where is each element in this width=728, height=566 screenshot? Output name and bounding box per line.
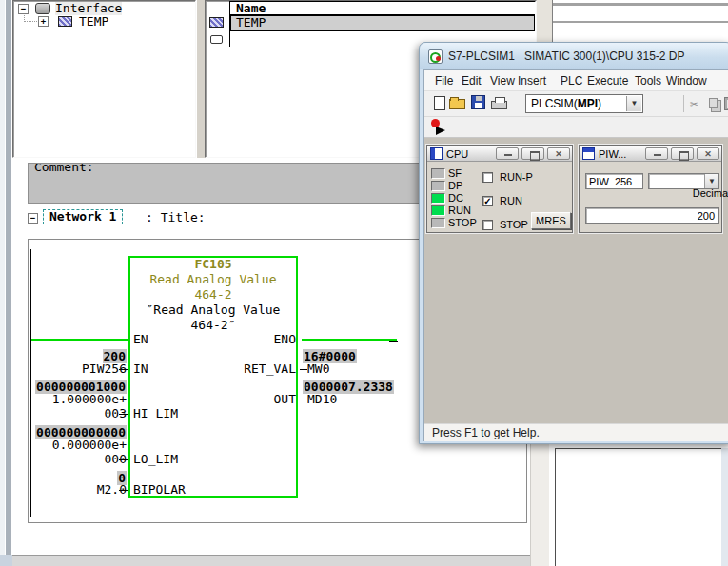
operand-out[interactable]: MD10 (307, 393, 337, 406)
app-window-border (5, 0, 12, 566)
piw-window-title: PIW... (599, 148, 642, 160)
cpu-subwindow: CPU ✕ SF DP DC RUN (426, 145, 573, 233)
empty-row-icon (210, 35, 223, 44)
piw-subwindow: PIW... ✕ PIW 256 Decimal ▼ 200 (579, 145, 722, 233)
led-label-dp: DP (448, 180, 462, 191)
led-run (431, 205, 445, 216)
mres-button[interactable]: MRES (531, 212, 571, 229)
network-label[interactable]: Network 1 (43, 209, 123, 224)
menu-view[interactable]: View (490, 74, 515, 88)
pin-eno: ENO (171, 333, 296, 346)
format-combobox[interactable]: Decimal ▼ (648, 173, 719, 189)
checkbox-run[interactable]: ✓ (482, 196, 493, 206)
led-stop (431, 218, 445, 228)
operand-hilim-line2[interactable]: 003 (24, 407, 127, 420)
pin-out: OUT (171, 393, 296, 406)
plcsim-mdi-area: CPU ✕ SF DP DC RUN (424, 138, 728, 423)
operand-retval[interactable]: MW0 (307, 362, 329, 376)
interface-combobox[interactable]: PLCSIM(MPI) ▼ (525, 94, 643, 113)
cut-button[interactable]: ✂ (690, 95, 707, 112)
block-type-line2: 464-2 (128, 288, 298, 302)
scroll-gutter[interactable] (530, 444, 549, 566)
operand-tick (300, 400, 307, 400)
value-field[interactable]: 200 (585, 207, 719, 224)
plcsim-titlebar[interactable]: S7-PLCSIM1 SIMATIC 300(1)\CPU 315-2 DP (420, 43, 728, 69)
close-button[interactable]: ✕ (547, 147, 570, 160)
maximize-button[interactable] (521, 147, 544, 160)
cpu-subwindow-titlebar[interactable]: CPU ✕ (427, 146, 572, 162)
open-button[interactable] (449, 95, 466, 112)
operand-bipolar[interactable]: M2.0 (24, 483, 127, 497)
plcsim-window-title: S7-PLCSIM1 SIMATIC 300(1)\CPU 315-2 DP (448, 49, 685, 63)
operand-tick (119, 490, 128, 491)
continuous-scan-button[interactable] (430, 119, 447, 136)
row-line (553, 21, 728, 23)
plcsim-statusbar: Press F1 to get Help. (424, 423, 728, 441)
cpu-panel: SF DP DC RUN STOP RUN-P ✓ RUN (428, 163, 571, 231)
combobox-dropdown-icon[interactable]: ▼ (626, 96, 641, 111)
paste-button[interactable] (722, 95, 728, 112)
tree-collapse-box[interactable]: − (18, 4, 29, 14)
menu-window[interactable]: Window (666, 74, 707, 88)
pin-hi-lim: HI_LIM (133, 407, 178, 420)
plcsim-app-icon (428, 49, 443, 64)
operand-tick (119, 369, 128, 370)
menu-tools[interactable]: Tools (635, 74, 661, 88)
pin-en: EN (133, 333, 148, 346)
table-header-cell: Name (230, 1, 535, 15)
save-button[interactable] (470, 95, 487, 112)
tree-connector (24, 21, 37, 22)
right-pane-top (552, 0, 728, 42)
operand-lolim-line1[interactable]: 0.000000e+ (24, 439, 127, 452)
pin-ret-val: RET_VAL (171, 362, 296, 376)
menu-execute[interactable]: Execute (587, 74, 628, 88)
led-dp (431, 181, 445, 191)
pin-bipolar: BIPOLAR (133, 483, 186, 497)
led-sf (431, 168, 445, 179)
pin-lo-lim: LO_LIM (133, 453, 178, 466)
table-row[interactable]: TEMP (230, 15, 535, 31)
minimize-button[interactable] (645, 147, 668, 160)
format-dropdown-icon[interactable]: ▼ (704, 174, 718, 188)
print-button[interactable] (491, 95, 508, 112)
close-button[interactable]: ✕ (697, 147, 719, 160)
block-name-line2: 464-2″ (128, 319, 298, 332)
right-edge-strip (721, 448, 728, 566)
comment-label: Comment: (34, 163, 94, 174)
checkbox-run-p[interactable] (482, 172, 493, 183)
checkbox-stop[interactable] (482, 220, 493, 230)
piw-subwindow-titlebar[interactable]: PIW... ✕ (580, 146, 721, 162)
led-label-run: RUN (448, 205, 471, 216)
network-title-suffix[interactable]: : Title: (146, 211, 206, 224)
minimize-button[interactable] (496, 147, 519, 160)
piw-panel: PIW 256 Decimal ▼ 200 (580, 163, 720, 231)
plcsim-toolbar: PLCSIM(MPI) ▼ ✂ (424, 91, 728, 117)
menu-edit[interactable]: Edit (462, 74, 482, 88)
cpu-window-icon (430, 147, 443, 160)
network-collapse-box[interactable]: − (28, 213, 38, 224)
operand-in[interactable]: PIW256 (24, 362, 127, 376)
piw-window-icon (582, 147, 595, 160)
table-header-name: Name (236, 2, 266, 15)
led-label-sf: SF (448, 167, 462, 179)
plcsim-menubar: File Edit View Insert PLC Execute Tools … (424, 70, 728, 91)
menu-plc[interactable]: PLC (561, 74, 582, 88)
menu-insert[interactable]: Insert (518, 74, 546, 88)
new-button[interactable] (432, 95, 449, 112)
pane-splitter[interactable] (197, 0, 205, 158)
table-cell-temp[interactable]: TEMP (236, 16, 266, 29)
operand-tick (300, 369, 307, 370)
checkbox-label-stop: STOP (500, 219, 528, 230)
operand-hilim-line1[interactable]: 1.000000e+ (24, 393, 127, 406)
interface-node-icon (35, 3, 50, 14)
led-label-dc: DC (448, 192, 463, 204)
address-field[interactable]: PIW 256 (585, 173, 643, 189)
tree-item-temp[interactable]: TEMP (79, 15, 108, 29)
tree-expand-box[interactable]: + (38, 16, 49, 27)
maximize-button[interactable] (671, 147, 694, 160)
tree-item-interface[interactable]: Interface (55, 2, 122, 15)
menu-file[interactable]: File (435, 74, 453, 88)
row-line (553, 3, 728, 6)
cpu-window-title: CPU (446, 148, 493, 160)
operand-lolim-line2[interactable]: 000 (24, 453, 127, 466)
